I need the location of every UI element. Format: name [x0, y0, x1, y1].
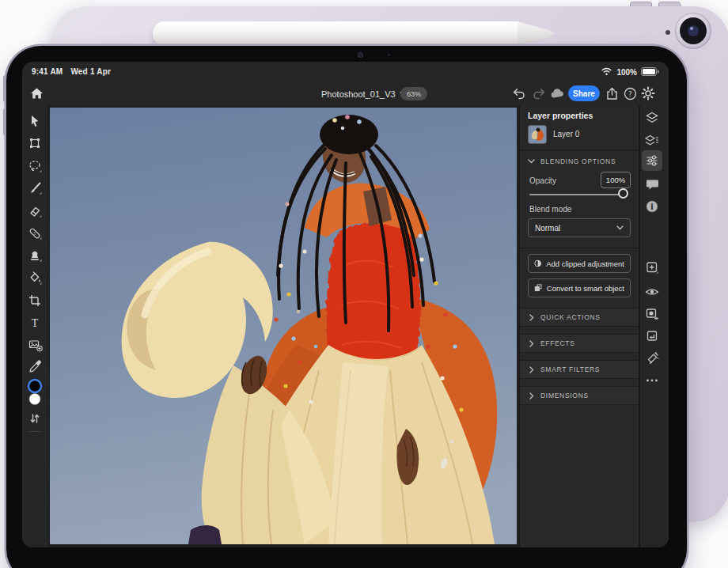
- eyedropper-tool[interactable]: [25, 357, 44, 376]
- comments-button[interactable]: [642, 174, 662, 195]
- settings-button[interactable]: [640, 85, 656, 101]
- layer-properties-button[interactable]: [642, 130, 662, 150]
- adjustments-button[interactable]: [642, 150, 662, 171]
- layer-name: Layer 0: [553, 130, 579, 138]
- right-icon-rail: i: [639, 105, 669, 547]
- opacity-value-field[interactable]: 100%: [601, 172, 631, 188]
- top-toolbar: Photoshoot_01_V3 63% Share ?: [22, 82, 669, 106]
- blend-mode-value: Normal: [535, 224, 560, 233]
- opacity-slider-knob[interactable]: [618, 188, 628, 199]
- status-time: 9:41 AM: [32, 67, 63, 76]
- adjustment-circle-icon: [534, 259, 541, 268]
- convert-smart-object-label: Convert to smart object: [547, 284, 624, 293]
- cleanup-button[interactable]: [642, 348, 662, 369]
- front-camera-icon: [358, 52, 363, 58]
- document-title-text: Photoshoot_01_V3: [321, 89, 396, 99]
- photo-illustration: [50, 108, 517, 544]
- lasso-tool[interactable]: [25, 157, 44, 176]
- brush-tool[interactable]: [25, 179, 44, 198]
- blending-options-header[interactable]: BLENDING OPTIONS: [520, 152, 639, 171]
- info-button[interactable]: i: [642, 196, 662, 217]
- more-options-button[interactable]: [642, 370, 662, 391]
- section-quick-actions[interactable]: QUICK ACTIONS: [520, 308, 639, 327]
- help-button[interactable]: ?: [622, 85, 638, 101]
- apple-pencil-body: [153, 21, 518, 46]
- add-layer-icon: [645, 260, 659, 275]
- add-image-icon: [28, 338, 43, 352]
- home-button[interactable]: [28, 85, 44, 101]
- opacity-slider-track[interactable]: [529, 194, 628, 195]
- layers-button[interactable]: [642, 108, 662, 128]
- export-icon: [605, 87, 619, 100]
- send-layer-button[interactable]: [642, 326, 662, 346]
- rear-microphone-dot: [665, 30, 670, 35]
- divider: [520, 150, 639, 150]
- front-ipad-frame: 9:41 AMWed 1 Apr 100% Photoshoot_01_V3 6…: [6, 46, 687, 568]
- divider: [520, 248, 639, 248]
- help-icon: ?: [624, 87, 637, 100]
- section-smart-filters[interactable]: SMART FILTERS: [520, 360, 639, 379]
- status-date: Wed 1 Apr: [70, 67, 111, 76]
- section-dimensions[interactable]: DIMENSIONS: [520, 386, 639, 405]
- convert-smart-object-button[interactable]: Convert to smart object: [528, 278, 631, 297]
- rear-camera-inner: [688, 25, 699, 36]
- wifi-icon: [601, 66, 612, 78]
- layers-icon: [645, 111, 659, 125]
- color-swatches[interactable]: [25, 377, 44, 408]
- smart-object-icon: [534, 283, 542, 293]
- zoom-level-badge[interactable]: 63%: [400, 87, 427, 100]
- chevron-down-icon: [616, 225, 624, 230]
- redo-button[interactable]: [531, 85, 547, 101]
- transform-tool[interactable]: [25, 134, 44, 153]
- blending-options-label: BLENDING OPTIONS: [540, 157, 616, 165]
- healing-brush-tool[interactable]: [25, 224, 44, 243]
- swap-colors[interactable]: [25, 409, 44, 428]
- svg-text:?: ?: [628, 90, 632, 98]
- blend-mode-label: Blend mode: [529, 205, 571, 214]
- gear-icon: [641, 86, 655, 100]
- blend-mode-dropdown[interactable]: Normal: [528, 218, 631, 237]
- move-tool[interactable]: [25, 112, 44, 131]
- send-layer-icon: [645, 329, 659, 343]
- document-title[interactable]: Photoshoot_01_V3: [321, 86, 407, 102]
- chevron-right-icon: [529, 340, 534, 347]
- section-effects[interactable]: EFFECTS: [520, 334, 639, 353]
- add-clipped-adjustment-label: Add clipped adjustment: [546, 259, 624, 268]
- lasso-icon: [28, 159, 43, 173]
- export-button[interactable]: [604, 85, 620, 101]
- place-photo-tool[interactable]: [25, 335, 44, 354]
- layer-properties-icon: [645, 133, 659, 147]
- cloud-sync-button[interactable]: [549, 85, 565, 101]
- canvas-photo[interactable]: [50, 108, 517, 544]
- eraser-tool[interactable]: [25, 202, 44, 221]
- fill-tool[interactable]: [25, 268, 44, 287]
- chevron-right-icon: [529, 392, 534, 399]
- cleanup-wand-icon: [645, 351, 659, 365]
- tool-rail: T: [22, 105, 47, 547]
- chevron-right-icon: [529, 314, 534, 321]
- swap-arrows-icon: [28, 412, 41, 425]
- eraser-icon: [28, 204, 43, 218]
- layer-thumbnail: [528, 125, 547, 144]
- crop-tool[interactable]: [25, 291, 44, 310]
- eyedropper-icon: [28, 359, 42, 373]
- svg-text:T: T: [32, 317, 39, 329]
- clone-stamp-tool[interactable]: [25, 246, 44, 265]
- rear-camera-glint: [690, 27, 693, 30]
- add-clipped-adjustment-button[interactable]: Add clipped adjustment: [528, 254, 631, 273]
- crop-icon: [28, 293, 42, 308]
- canvas-area[interactable]: [47, 105, 519, 547]
- photoshop-app-screen: 9:41 AMWed 1 Apr 100% Photoshoot_01_V3 6…: [22, 62, 669, 547]
- brush-icon: [28, 181, 43, 195]
- undo-button[interactable]: [510, 85, 526, 101]
- share-button[interactable]: Share: [568, 85, 600, 101]
- layer-mask-button[interactable]: [642, 304, 662, 324]
- visibility-button[interactable]: [642, 282, 662, 302]
- layer-row[interactable]: Layer 0: [520, 123, 639, 146]
- type-tool[interactable]: T: [25, 313, 44, 332]
- section-label: SMART FILTERS: [540, 365, 600, 373]
- add-layer-button[interactable]: [642, 257, 662, 278]
- bandage-icon: [28, 226, 43, 240]
- chevron-right-icon: [529, 366, 534, 373]
- battery-icon: [641, 67, 659, 78]
